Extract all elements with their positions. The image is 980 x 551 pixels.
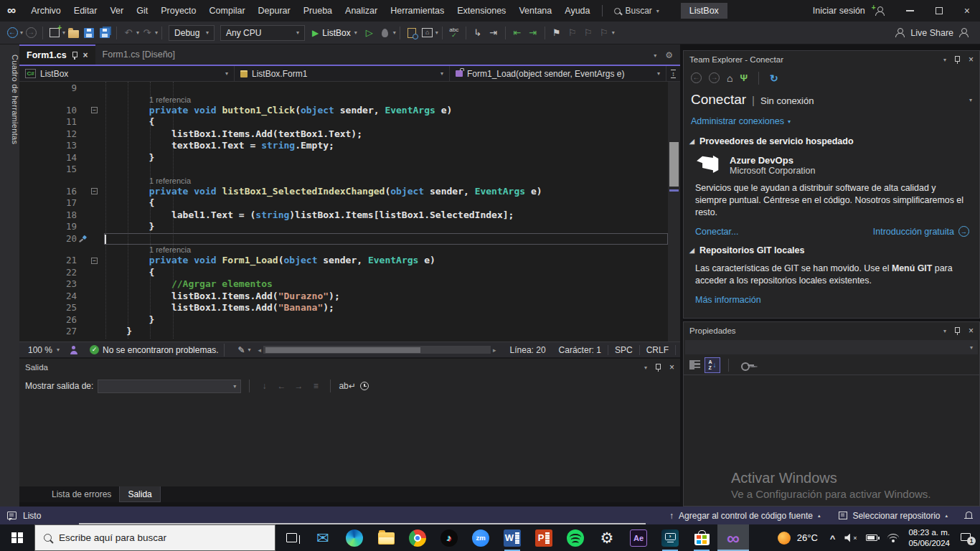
toolbox-side-tab[interactable]: Cuadro de herramientas <box>0 44 19 507</box>
azure-connect-link[interactable]: Conectar... <box>695 227 738 237</box>
scrollbar-track[interactable] <box>263 346 491 354</box>
navigate-forward-button[interactable]: → <box>24 25 38 41</box>
code-cleanup-pen-icon[interactable]: ✎ <box>237 345 245 355</box>
code-line-15[interactable]: 15 <box>19 164 680 176</box>
chrome-app-button[interactable] <box>402 524 433 551</box>
code-line-22[interactable]: 22 { <box>19 267 680 279</box>
property-pages-key-icon[interactable] <box>741 362 754 368</box>
tab-form1-cs[interactable]: Form1.cs × <box>19 44 95 65</box>
start-debugging-button[interactable]: ▶ ListBox ▾ <box>308 25 362 41</box>
weather-widget[interactable]: 26°C <box>775 532 821 545</box>
bookmark-dropdown-icon[interactable]: ▾ <box>612 29 615 36</box>
save-button[interactable] <box>82 25 96 41</box>
redo-dropdown-icon[interactable]: ▾ <box>155 29 158 36</box>
feedback-icon[interactable] <box>7 512 17 519</box>
spell-check-button[interactable]: abc✓ <box>447 25 461 41</box>
code-cleanup-dropdown-icon[interactable]: ▾ <box>248 347 251 353</box>
restore-button[interactable] <box>936 7 943 14</box>
connect-plug-icon[interactable]: Ψ <box>740 72 748 83</box>
clear-output-button[interactable]: ≡ <box>309 381 322 391</box>
save-all-button[interactable] <box>98 25 112 41</box>
clear-bookmarks-button[interactable]: ⚐ <box>597 25 611 41</box>
word-wrap-button[interactable]: ab↵ <box>339 381 355 391</box>
tab-output[interactable]: Salida <box>119 486 160 502</box>
tiktok-app-button[interactable]: ♪ <box>433 524 465 551</box>
search-button[interactable]: Buscar ▾ <box>608 4 664 18</box>
alphabetical-sort-button[interactable]: AZ↓ <box>705 357 720 373</box>
chevron-down-icon[interactable]: ▾ <box>969 97 972 103</box>
code-line-27[interactable]: 27 } <box>19 326 680 338</box>
column-indicator[interactable]: Carácter: 1 <box>552 345 608 355</box>
powerpoint-app-button[interactable]: P <box>528 524 560 551</box>
close-tab-icon[interactable]: × <box>83 52 88 59</box>
line-indicator[interactable]: Línea: 20 <box>504 345 552 355</box>
problems-status-text[interactable]: No se encontraron problemas. <box>103 345 218 355</box>
categorized-view-icon[interactable] <box>689 360 700 369</box>
spotify-app-button[interactable] <box>560 524 591 551</box>
code-line-18[interactable]: 18 label1.Text = (string)listBox1.Items[… <box>19 209 680 222</box>
timestamp-toggle-icon[interactable] <box>360 382 369 390</box>
code-line-24[interactable]: 24 listBox1.Items.Add("Durazno"); <box>19 291 680 303</box>
close-button[interactable]: × <box>964 7 970 14</box>
code-line-11[interactable]: 11 { <box>19 116 680 128</box>
pin-icon[interactable] <box>72 52 78 60</box>
visual-studio-app-button[interactable]: ∞ <box>717 524 749 551</box>
hosted-providers-section-header[interactable]: ◢ Proveedores de servicio hospedado <box>684 129 979 149</box>
redo-button[interactable]: ↷ <box>140 25 154 41</box>
increase-indent-button[interactable]: ⇥ <box>526 25 540 41</box>
code-line-9[interactable]: 9 <box>19 83 680 95</box>
navigate-to-line-button[interactable]: ↳ <box>471 25 485 41</box>
settings-button[interactable]: ⚙ <box>591 524 623 551</box>
chevron-down-icon[interactable]: ▾ <box>788 118 791 125</box>
output-content[interactable] <box>19 396 680 486</box>
code-line-16[interactable]: 16 private void listBox1_SelectedIndexCh… <box>19 186 680 198</box>
find-in-files-button[interactable] <box>405 25 419 41</box>
live-share-presence-icon[interactable] <box>70 346 78 354</box>
menu-item-ayuda[interactable]: Ayuda <box>558 0 596 22</box>
menu-item-analizar[interactable]: Analizar <box>339 0 384 22</box>
pin-icon[interactable] <box>655 364 661 372</box>
menu-item-prueba[interactable]: Prueba <box>297 0 339 22</box>
menu-item-ventana[interactable]: Ventana <box>512 0 558 22</box>
properties-title-bar[interactable]: Propiedades ▾ × <box>684 322 979 339</box>
codelens-references[interactable]: 1 referencia <box>19 95 680 105</box>
task-view-button[interactable] <box>275 524 307 551</box>
window-position-dropdown-icon[interactable]: ▾ <box>943 57 946 63</box>
next-bookmark-button[interactable]: ⚐ <box>581 25 595 41</box>
health-check-icon[interactable]: ✓ <box>90 345 99 354</box>
add-to-source-control-button[interactable]: ↑ Agregar al control de código fuente ▴ <box>664 511 826 521</box>
goto-message-button[interactable]: ↓ <box>258 381 270 391</box>
codelens-references[interactable]: 1 referencia <box>19 245 680 255</box>
taskbar-search-box[interactable]: Escribe aquí para buscar <box>34 524 275 551</box>
window-position-dropdown-icon[interactable]: ▾ <box>644 364 647 371</box>
project-dropdown[interactable]: C# ListBox ▾ <box>19 66 235 81</box>
microsoft-store-button[interactable] <box>686 524 717 551</box>
code-line-13[interactable]: 13 textBox1.Text = string.Empty; <box>19 140 680 152</box>
code-line-25[interactable]: 25 listBox1.Items.Add("Banana"); <box>19 302 680 314</box>
menu-item-archivo[interactable]: Archivo <box>24 0 67 22</box>
tab-list-dropdown-icon[interactable]: ▾ <box>654 52 656 59</box>
tab-form1-designer[interactable]: Form1.cs [Diseño] <box>95 44 182 65</box>
menu-item-editar[interactable]: Editar <box>67 0 104 22</box>
word-app-button[interactable]: W <box>496 524 528 551</box>
solution-name-badge[interactable]: ListBox <box>681 3 727 19</box>
menu-item-depurar[interactable]: Depurar <box>252 0 297 22</box>
edge-app-button[interactable] <box>339 524 370 551</box>
sign-in-button[interactable]: Iniciar sesión <box>813 6 865 16</box>
arrow-right-circle-icon[interactable]: → <box>958 226 969 237</box>
horizontal-scrollbar[interactable]: ◂ ▸ <box>258 346 496 354</box>
select-repository-button[interactable]: Seleccionar repositorio ▴ <box>833 511 953 521</box>
menu-item-ver[interactable]: Ver <box>103 0 130 22</box>
minimize-button[interactable] <box>906 10 914 11</box>
navigate-back-button[interactable]: ← <box>5 25 19 41</box>
menu-item-compilar[interactable]: Compilar <box>203 0 252 22</box>
home-icon[interactable]: ⌂ <box>727 72 732 84</box>
screen-app-button[interactable]: › <box>654 524 686 551</box>
wifi-icon[interactable] <box>887 534 899 542</box>
code-line-26[interactable]: 26 } <box>19 314 680 326</box>
undo-dropdown-icon[interactable]: ▾ <box>136 29 139 36</box>
toggle-bookmark-button[interactable]: ⚑ <box>550 25 564 41</box>
previous-bookmark-button[interactable]: ⚐ <box>565 25 580 41</box>
notifications-bell-icon[interactable] <box>965 512 973 519</box>
azure-intro-link[interactable]: Introducción gratuita <box>873 227 954 237</box>
